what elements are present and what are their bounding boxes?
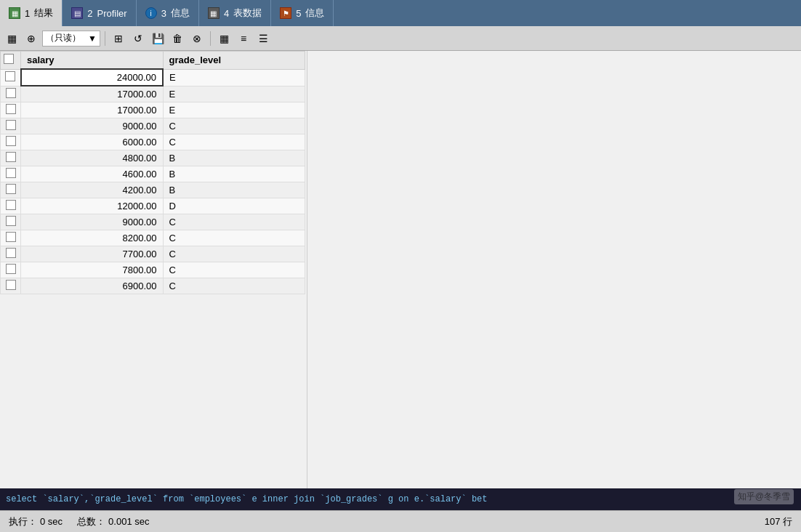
table-row[interactable]: 4600.00B (1, 166, 305, 182)
tab-bar: ▦ 1 结果 ▤ 2 Profiler i 3 信息 ▦ 4 表数据 ⚑ 5 信… (0, 0, 801, 26)
toolbar-add-btn[interactable]: ⊕ (23, 30, 40, 47)
header-salary[interactable]: salary (21, 52, 164, 70)
cell-grade: C (163, 230, 305, 246)
toolbar-refresh-btn[interactable]: ↺ (129, 30, 147, 47)
cell-salary: 6900.00 (21, 278, 164, 294)
toolbar: ▦ ⊕ （只读） ▼ ⊞ ↺ 💾 🗑 ⊗ ▦ ≡ ☰ (0, 26, 801, 51)
row-checkbox-cell[interactable] (1, 69, 21, 86)
cell-grade: C (163, 262, 305, 278)
sql-bar: select `salary`,`grade_level` from `empl… (0, 488, 801, 510)
tab-result[interactable]: ▦ 1 结果 (0, 0, 63, 26)
row-checkbox[interactable] (6, 104, 16, 114)
row-checkbox-cell[interactable] (1, 166, 21, 182)
table-row[interactable]: 6900.00C (1, 278, 305, 294)
cell-grade: B (163, 166, 305, 182)
info2-icon: ⚑ (280, 7, 291, 19)
toolbar-view1-btn[interactable]: ▦ (215, 30, 233, 47)
row-checkbox[interactable] (6, 248, 16, 258)
execute-time: 0 sec (40, 516, 63, 527)
cell-grade: B (163, 150, 305, 166)
cell-salary: 4600.00 (21, 166, 164, 182)
separator-1 (105, 31, 105, 46)
row-checkbox[interactable] (6, 152, 16, 162)
toolbar-view3-btn[interactable]: ☰ (254, 30, 272, 47)
row-checkbox-cell[interactable] (1, 246, 21, 262)
row-checkbox[interactable] (6, 280, 16, 290)
row-checkbox[interactable] (6, 184, 16, 194)
row-checkbox-cell[interactable] (1, 134, 21, 150)
row-checkbox-cell[interactable] (1, 86, 21, 102)
header-grade-level[interactable]: grade_level (163, 52, 305, 70)
row-checkbox-cell[interactable] (1, 198, 21, 214)
execute-label: 执行： (9, 515, 37, 528)
table-row[interactable]: 9000.00C (1, 118, 305, 134)
row-checkbox-cell[interactable] (1, 118, 21, 134)
table-row[interactable]: 8200.00C (1, 230, 305, 246)
header-checkbox[interactable] (1, 52, 21, 70)
rows-count: 107 行 (765, 515, 792, 528)
row-checkbox[interactable] (6, 168, 16, 178)
tab-tabledata[interactable]: ▦ 4 表数据 (199, 0, 271, 26)
cell-salary: 4800.00 (21, 150, 164, 166)
cell-salary: 9000.00 (21, 214, 164, 230)
toolbar-view2-btn[interactable]: ≡ (235, 30, 252, 47)
row-checkbox-cell[interactable] (1, 262, 21, 278)
tab-profiler-text: Profiler (97, 8, 126, 19)
header-checkbox-box[interactable] (4, 54, 14, 64)
table-row[interactable]: 12000.00D (1, 198, 305, 214)
row-checkbox-cell[interactable] (1, 102, 21, 118)
row-checkbox[interactable] (6, 88, 16, 98)
row-checkbox[interactable] (6, 264, 16, 274)
table-row[interactable]: 17000.00E (1, 86, 305, 102)
cell-salary: 6000.00 (21, 134, 164, 150)
table-row[interactable]: 17000.00E (1, 102, 305, 118)
tab-info1[interactable]: i 3 信息 (137, 0, 199, 26)
cell-grade: E (163, 86, 305, 102)
row-checkbox[interactable] (6, 232, 16, 242)
tab-profiler[interactable]: ▤ 2 Profiler (63, 0, 136, 26)
cell-grade: C (163, 118, 305, 134)
table-row[interactable]: 7700.00C (1, 246, 305, 262)
tab-profiler-label: 2 (87, 8, 92, 19)
table-row[interactable]: 6000.00C (1, 134, 305, 150)
row-checkbox-cell[interactable] (1, 150, 21, 166)
tab-info2[interactable]: ⚑ 5 信息 (271, 0, 334, 26)
tab-result-text: 结果 (34, 7, 53, 20)
tab-info2-text: 信息 (305, 7, 324, 20)
table-row[interactable]: 9000.00C (1, 214, 305, 230)
total-label: 总数： (77, 515, 105, 528)
table-row[interactable]: 24000.00E (1, 69, 305, 86)
toolbar-clear-btn[interactable]: ⊗ (188, 30, 206, 47)
row-checkbox-cell[interactable] (1, 182, 21, 198)
tab-result-label: 1 (25, 8, 30, 19)
row-checkbox-cell[interactable] (1, 230, 21, 246)
cell-grade: B (163, 182, 305, 198)
cell-salary: 17000.00 (21, 86, 164, 102)
table-row[interactable]: 4200.00B (1, 182, 305, 198)
right-panel (307, 51, 801, 488)
row-checkbox[interactable] (5, 71, 15, 81)
cell-salary: 24000.00 (21, 69, 164, 86)
info1-icon: i (145, 7, 157, 19)
row-checkbox-cell[interactable] (1, 278, 21, 294)
table-row[interactable]: 4800.00B (1, 150, 305, 166)
sql-text: select `salary`,`grade_level` from `empl… (6, 494, 488, 504)
row-checkbox[interactable] (6, 216, 16, 226)
toolbar-copy-btn[interactable]: ⊞ (110, 30, 127, 47)
toolbar-save-btn[interactable]: 💾 (149, 30, 166, 47)
row-checkbox-cell[interactable] (1, 214, 21, 230)
status-rows: 107 行 (765, 515, 792, 528)
row-checkbox[interactable] (6, 200, 16, 210)
toolbar-delete-btn[interactable]: 🗑 (169, 30, 186, 47)
status-total: 总数： 0.001 sec (77, 515, 149, 528)
result-icon: ▦ (9, 7, 20, 19)
row-checkbox[interactable] (6, 136, 16, 146)
tab-tabledata-label: 4 (224, 8, 229, 19)
toolbar-grid-btn[interactable]: ▦ (3, 30, 20, 47)
total-time: 0.001 sec (108, 516, 149, 527)
table-row[interactable]: 7800.00C (1, 262, 305, 278)
table-area[interactable]: salary grade_level 24000.00E17000.00E170… (0, 51, 307, 488)
row-checkbox[interactable] (6, 120, 16, 130)
readonly-dropdown[interactable]: （只读） ▼ (42, 31, 100, 47)
cell-grade: C (163, 278, 305, 294)
